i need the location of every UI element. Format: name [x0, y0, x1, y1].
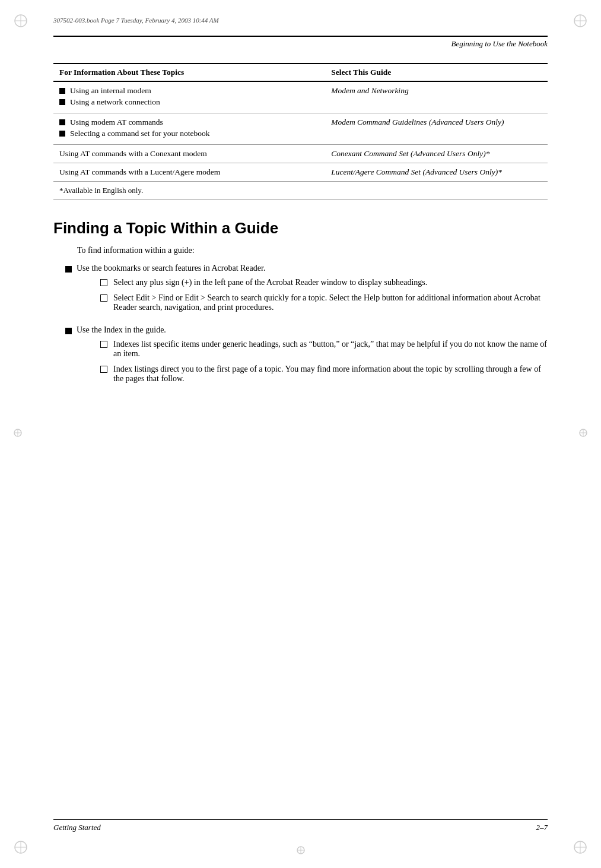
footer-right: 2–7	[536, 823, 548, 832]
topic-text: Using AT commands with a Lucent/Agere mo…	[59, 167, 220, 176]
topic-text: Using modem AT commands	[70, 118, 163, 127]
table-cell-guide-2: Modem Command Guidelines (Advanced Users…	[325, 113, 548, 145]
sub-bullet-1b: Select Edit > Find or Edit > Search to s…	[100, 293, 548, 312]
topic-text: Selecting a command set for your noteboo…	[70, 129, 209, 138]
sub-bullet-2b: Index listings direct you to the first p…	[100, 365, 548, 384]
table-row: Using modem AT commands Selecting a comm…	[53, 113, 548, 145]
main-bullet-2: Use the Index in the guide. Indexes list…	[65, 325, 548, 389]
table-cell-topics-4: Using AT commands with a Lucent/Agere mo…	[53, 163, 325, 182]
topic-text: Using an internal modem	[70, 86, 151, 96]
bullet-item: Using an internal modem	[59, 86, 319, 96]
header-title: Beginning to Use the Notebook	[451, 39, 548, 48]
sub-bullet-box-icon	[100, 341, 107, 348]
corner-mark-br	[571, 838, 589, 856]
table-row: Using AT commands with a Conexant modem …	[53, 145, 548, 163]
table-header-guide: Select This Guide	[325, 64, 548, 81]
table-cell-topics-2: Using modem AT commands Selecting a comm…	[53, 113, 325, 145]
bullet-item: Using modem AT commands	[59, 118, 319, 127]
corner-mark-bl	[12, 838, 30, 856]
table-cell-guide-3: Conexant Command Set (Advanced Users Onl…	[325, 145, 548, 163]
bullet-label: Use the Index in the guide.	[77, 325, 166, 334]
info-table: For Information About These Topics Selec…	[53, 63, 548, 200]
bullet-item: Using a network connection	[59, 97, 319, 107]
side-mark-left	[13, 428, 23, 440]
bullet-label: Use the bookmarks or search features in …	[77, 264, 265, 273]
main-bullet-text-2: Use the Index in the guide. Indexes list…	[77, 325, 548, 389]
intro-text: To find information within a guide:	[77, 246, 548, 255]
corner-mark-tl	[12, 12, 30, 30]
table-row: Using AT commands with a Lucent/Agere mo…	[53, 163, 548, 182]
table-cell-guide-4: Lucent/Agere Command Set (Advanced Users…	[325, 163, 548, 182]
table-footnote-row: *Available in English only.	[53, 182, 548, 200]
bullet-square-icon	[59, 88, 65, 94]
sub-bullets-1: Select any plus sign (+) in the left pan…	[100, 278, 548, 312]
bullet-square-icon	[59, 131, 65, 137]
bullet-square-icon	[59, 119, 65, 125]
table-header-topics: For Information About These Topics	[53, 64, 325, 81]
table-cell-guide-1: Modem and Networking	[325, 81, 548, 113]
sub-bullet-1a: Select any plus sign (+) in the left pan…	[100, 278, 548, 287]
main-bullet-text-1: Use the bookmarks or search features in …	[77, 264, 548, 318]
sub-bullet-box-icon	[100, 294, 107, 302]
sub-bullets-2: Indexes list specific items under generi…	[100, 340, 548, 384]
file-info: 307502-003.book Page 7 Tuesday, February…	[53, 17, 219, 24]
guide-text: Modem Command Guidelines (Advanced Users…	[331, 118, 504, 126]
page: 307502-003.book Page 7 Tuesday, February…	[0, 0, 601, 868]
table-cell-topics-3: Using AT commands with a Conexant modem	[53, 145, 325, 163]
bullet-square-icon	[65, 266, 72, 273]
bullet-square-icon	[59, 99, 65, 105]
sub-bullet-text-1a: Select any plus sign (+) in the left pan…	[113, 278, 548, 287]
page-header: Beginning to Use the Notebook	[53, 36, 548, 49]
main-bullet-1: Use the bookmarks or search features in …	[65, 264, 548, 318]
topic-text: Using a network connection	[70, 97, 160, 107]
table-cell-topics-1: Using an internal modem Using a network …	[53, 81, 325, 113]
section-heading: Finding a Topic Within a Guide	[53, 219, 548, 237]
sub-bullet-text-2b: Index listings direct you to the first p…	[113, 365, 548, 384]
guide-text: Modem and Networking	[331, 86, 409, 95]
guide-text: Lucent/Agere Command Set (Advanced Users…	[331, 167, 502, 176]
table-footnote: *Available in English only.	[53, 182, 548, 200]
page-footer: Getting Started 2–7	[53, 819, 548, 832]
footer-left: Getting Started	[53, 823, 101, 832]
bottom-center-mark	[296, 845, 306, 857]
sub-bullet-text-1b: Select Edit > Find or Edit > Search to s…	[113, 293, 548, 312]
topic-text: Using AT commands with a Conexant modem	[59, 149, 207, 158]
side-mark-right	[578, 428, 588, 440]
sub-bullet-text-2a: Indexes list specific items under generi…	[113, 340, 548, 359]
corner-mark-tr	[571, 12, 589, 30]
sub-bullet-2a: Indexes list specific items under generi…	[100, 340, 548, 359]
bullet-square-icon	[65, 328, 72, 334]
sub-bullet-box-icon	[100, 279, 107, 286]
table-row: Using an internal modem Using a network …	[53, 81, 548, 113]
sub-bullet-box-icon	[100, 366, 107, 373]
bullet-item: Selecting a command set for your noteboo…	[59, 129, 319, 138]
guide-text: Conexant Command Set (Advanced Users Onl…	[331, 149, 489, 158]
